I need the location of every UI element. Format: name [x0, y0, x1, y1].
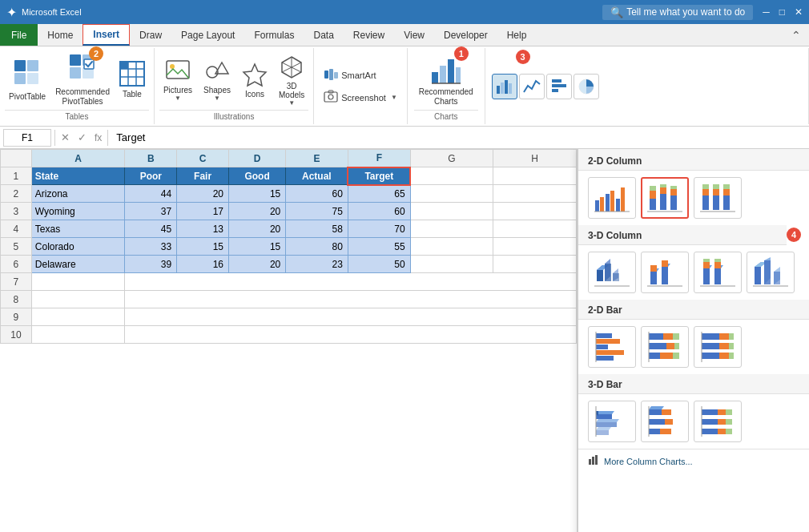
100-stacked-bar-chart[interactable] — [694, 326, 742, 368]
col-head-h[interactable]: H — [493, 150, 577, 167]
window-close[interactable]: ✕ — [795, 6, 803, 18]
cell-g5[interactable] — [410, 238, 493, 256]
3d-100-stacked-column-chart[interactable] — [694, 252, 742, 293]
cell-b1[interactable]: Poor — [125, 167, 177, 185]
cell-e2[interactable]: 60 — [286, 185, 348, 203]
tab-home[interactable]: Home — [38, 24, 83, 46]
col-head-e[interactable]: E — [286, 150, 348, 167]
screenshot-dropdown[interactable]: ▼ — [391, 94, 397, 101]
cell-f3[interactable]: 60 — [348, 203, 410, 220]
clustered-bar-chart[interactable] — [588, 326, 636, 368]
3d-stacked-bar-chart[interactable] — [641, 401, 689, 442]
pictures-dropdown[interactable]: ▼ — [175, 95, 181, 102]
3d-column-chart[interactable] — [747, 252, 795, 293]
cell-d3[interactable]: 20 — [228, 203, 285, 220]
tell-me-bar[interactable]: 🔍 Tell me what you want to do — [602, 5, 753, 20]
tab-data[interactable]: Data — [304, 24, 343, 46]
cancel-formula-icon[interactable]: ✕ — [58, 131, 72, 143]
cell-h6[interactable] — [493, 256, 577, 273]
pie-chart-button[interactable] — [574, 74, 599, 99]
bar-chart-button[interactable] — [546, 74, 572, 99]
cell-b4[interactable]: 45 — [125, 220, 177, 238]
tab-file[interactable]: File — [0, 24, 38, 46]
cell-f4[interactable]: 70 — [348, 220, 410, 238]
3d-clustered-bar-chart[interactable] — [588, 401, 636, 442]
cell-h2[interactable] — [493, 185, 577, 203]
cell-e6[interactable]: 23 — [286, 256, 348, 273]
cell-e3[interactable]: 75 — [286, 203, 348, 220]
cell-e5[interactable]: 80 — [286, 238, 348, 256]
shapes-dropdown[interactable]: ▼ — [214, 95, 220, 102]
table-button[interactable]: Table — [115, 59, 149, 100]
tab-developer[interactable]: Developer — [434, 24, 497, 46]
line-chart-button[interactable] — [519, 74, 545, 99]
col-head-f[interactable]: F — [348, 150, 410, 167]
cell-g3[interactable] — [410, 203, 493, 220]
tab-review[interactable]: Review — [344, 24, 394, 46]
col-head-g[interactable]: G — [410, 150, 493, 167]
cell-c6[interactable]: 16 — [177, 256, 229, 273]
3d-models-dropdown[interactable]: ▼ — [288, 99, 295, 107]
ribbon-collapse[interactable]: ⌃ — [783, 24, 809, 46]
cell-d5[interactable]: 15 — [228, 238, 285, 256]
pictures-button[interactable]: Pictures ▼ — [159, 56, 196, 103]
cell-b3[interactable]: 37 — [125, 203, 177, 220]
100-stacked-column-chart[interactable] — [694, 177, 742, 219]
clustered-column-chart[interactable] — [588, 177, 636, 219]
cell-a6[interactable]: Delaware — [31, 256, 125, 273]
cell-c5[interactable]: 15 — [177, 238, 229, 256]
cell-a2[interactable]: Arizona — [31, 185, 125, 203]
cell-a1[interactable]: State — [31, 167, 125, 185]
cell-g1[interactable] — [410, 167, 493, 185]
col-head-b[interactable]: B — [125, 150, 177, 167]
cell-a10[interactable] — [31, 326, 125, 344]
tab-formulas[interactable]: Formulas — [244, 24, 304, 46]
3d-100-stacked-bar-chart[interactable] — [694, 401, 742, 442]
tab-page-layout[interactable]: Page Layout — [171, 24, 244, 46]
cell-e1[interactable]: Actual — [286, 167, 348, 185]
recommended-charts-button[interactable]: 1 RecommendedCharts — [414, 51, 478, 108]
cell-e4[interactable]: 58 — [286, 220, 348, 238]
col-head-a[interactable]: A — [31, 150, 125, 167]
cell-d1[interactable]: Good — [228, 167, 285, 185]
cell-g2[interactable] — [410, 185, 493, 203]
smartart-button[interactable]: SmartArt — [320, 66, 400, 85]
tab-insert[interactable]: Insert — [83, 24, 130, 46]
cell-a9[interactable] — [31, 308, 125, 326]
cell-d4[interactable]: 20 — [228, 220, 285, 238]
window-minimize[interactable]: ─ — [763, 6, 770, 18]
cell-reference-box[interactable]: F1 — [3, 129, 51, 147]
window-maximize[interactable]: □ — [779, 6, 785, 18]
cell-a8[interactable] — [31, 291, 125, 308]
3d-models-button[interactable]: 3D Models ▼ — [275, 52, 308, 108]
tab-view[interactable]: View — [394, 24, 434, 46]
tab-help[interactable]: Help — [497, 24, 537, 46]
cell-h1[interactable] — [493, 167, 577, 185]
cell-a3[interactable]: Wyoming — [31, 203, 125, 220]
cell-h4[interactable] — [493, 220, 577, 238]
cell-g4[interactable] — [410, 220, 493, 238]
recommended-pivot-button[interactable]: 2 RecommendedPivotTables — [51, 51, 114, 108]
stacked-column-chart[interactable] — [641, 177, 689, 219]
tab-draw[interactable]: Draw — [130, 24, 171, 46]
stacked-bar-chart[interactable] — [641, 326, 689, 368]
column-chart-icon-button[interactable] — [492, 74, 517, 99]
cell-c2[interactable]: 20 — [177, 185, 229, 203]
insert-function-icon[interactable]: fx — [92, 132, 104, 143]
cell-b6[interactable]: 39 — [125, 256, 177, 273]
col-head-d[interactable]: D — [228, 150, 285, 167]
cell-f2[interactable]: 65 — [348, 185, 410, 203]
cell-c3[interactable]: 17 — [177, 203, 229, 220]
pivot-table-button[interactable]: PivotTable — [5, 57, 50, 103]
cell-h5[interactable] — [493, 238, 577, 256]
shapes-button[interactable]: Shapes ▼ — [199, 56, 235, 103]
cell-c1[interactable]: Fair — [177, 167, 229, 185]
more-column-charts-link[interactable]: More Column Charts... — [578, 449, 809, 476]
cell-f1[interactable]: Target — [348, 167, 410, 185]
cell-a7[interactable] — [31, 273, 125, 291]
screenshot-button[interactable]: Screenshot ▼ — [320, 88, 400, 107]
cell-a5[interactable]: Colorado — [31, 238, 125, 256]
confirm-formula-icon[interactable]: ✓ — [75, 131, 89, 143]
cell-g6[interactable] — [410, 256, 493, 273]
col-head-c[interactable]: C — [177, 150, 229, 167]
